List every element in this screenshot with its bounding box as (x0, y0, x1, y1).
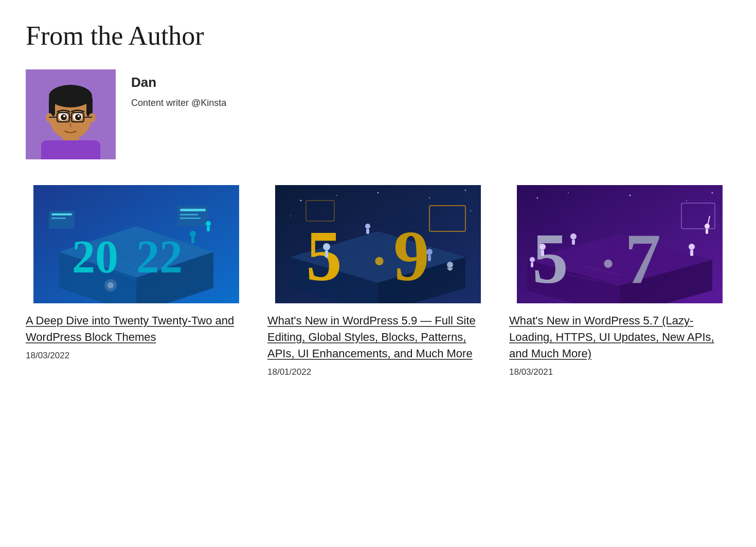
articles-grid: 20 22 (26, 185, 730, 377)
page-title: From the Author (26, 21, 730, 51)
article-card: 5 . 9 What's New in WordPress 5.9 — Full… (267, 185, 489, 377)
author-name: Dan (131, 75, 226, 90)
svg-rect-32 (51, 217, 66, 219)
svg-rect-85 (706, 229, 708, 234)
svg-point-48 (470, 210, 471, 211)
avatar (26, 69, 116, 159)
svg-point-57 (323, 243, 330, 250)
article-thumbnail: 5 . 7 (509, 185, 730, 303)
svg-rect-83 (690, 250, 693, 256)
svg-rect-29 (180, 217, 201, 219)
svg-point-59 (426, 249, 433, 255)
svg-point-14 (78, 115, 80, 117)
svg-rect-28 (180, 214, 198, 215)
svg-point-68 (686, 200, 687, 201)
author-bio: Content writer @Kinsta (131, 98, 226, 108)
svg-point-35 (206, 221, 211, 226)
svg-point-43 (336, 195, 337, 196)
svg-point-11 (61, 114, 67, 120)
svg-point-65 (537, 197, 538, 199)
svg-point-87 (530, 257, 535, 262)
svg-text:5: 5 (306, 216, 342, 296)
article-card: 5 . 7 (509, 185, 730, 377)
svg-rect-34 (191, 237, 194, 243)
svg-rect-60 (428, 255, 431, 261)
svg-point-61 (365, 224, 370, 229)
svg-text:9: 9 (393, 216, 429, 296)
svg-point-4 (49, 85, 92, 107)
svg-point-80 (570, 233, 577, 240)
svg-rect-36 (207, 226, 210, 231)
svg-text:7: 7 (625, 218, 661, 298)
article-thumbnail: 20 22 (26, 185, 247, 303)
author-section: Dan Content writer @Kinsta (26, 69, 730, 159)
svg-point-44 (377, 192, 379, 194)
svg-rect-62 (366, 229, 369, 234)
article-title[interactable]: A Deep Dive into Twenty Twenty-Two and W… (26, 313, 247, 345)
svg-rect-79 (541, 250, 544, 256)
svg-point-82 (689, 244, 695, 250)
article-card: 20 22 (26, 185, 247, 377)
svg-point-63 (447, 262, 453, 268)
svg-point-66 (568, 192, 569, 193)
svg-point-69 (712, 192, 713, 194)
svg-point-42 (300, 200, 302, 202)
article-date: 18/03/2021 (509, 367, 730, 377)
svg-point-40 (107, 282, 114, 288)
author-info: Dan Content writer @Kinsta (131, 69, 226, 108)
svg-text:22: 22 (136, 231, 183, 282)
svg-point-12 (75, 114, 81, 120)
svg-point-46 (465, 190, 466, 191)
svg-point-45 (429, 197, 430, 198)
svg-rect-31 (51, 213, 72, 215)
article-title[interactable]: What's New in WordPress 5.9 — Full Site … (267, 313, 489, 362)
article-date: 18/01/2022 (267, 367, 489, 377)
svg-point-47 (290, 215, 291, 216)
svg-point-13 (63, 115, 65, 117)
svg-text:.: . (602, 222, 615, 279)
svg-text:20: 20 (72, 231, 118, 282)
svg-point-78 (539, 244, 546, 250)
svg-rect-88 (531, 262, 533, 267)
svg-text:5: 5 (532, 218, 568, 298)
article-date: 18/03/2022 (26, 351, 247, 361)
svg-rect-27 (180, 209, 206, 211)
article-title[interactable]: What's New in WordPress 5.7 (Lazy-Loadin… (509, 313, 730, 362)
svg-point-33 (190, 231, 196, 237)
svg-point-84 (705, 224, 710, 229)
svg-rect-58 (325, 250, 328, 258)
article-thumbnail: 5 . 9 (267, 185, 489, 303)
svg-rect-81 (572, 240, 575, 245)
svg-text:.: . (373, 219, 386, 276)
svg-point-67 (629, 195, 631, 196)
svg-rect-2 (41, 140, 100, 159)
